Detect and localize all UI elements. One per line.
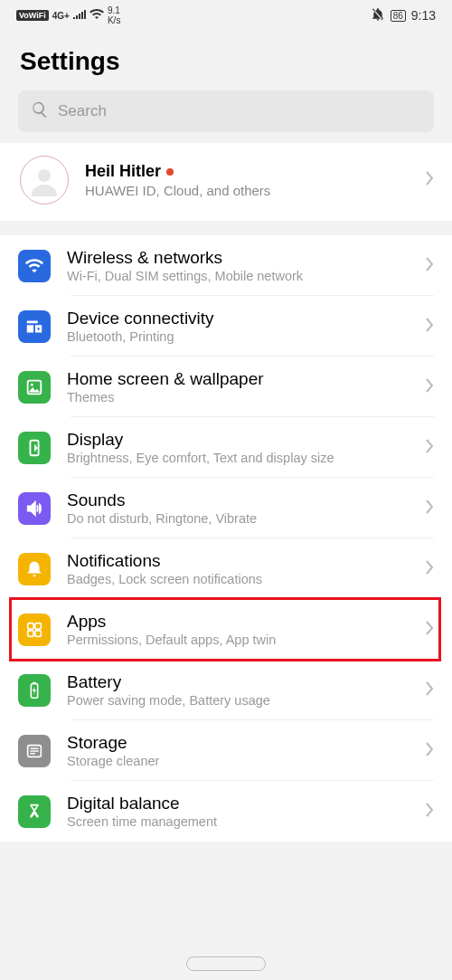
chevron-right-icon <box>425 741 434 761</box>
row-sounds[interactable]: Sounds Do not disturb, Ringtone, Vibrate <box>0 478 452 538</box>
row-title: Display <box>67 430 409 450</box>
row-sub: Permissions, Default apps, App twin <box>67 633 409 647</box>
storage-icon <box>18 735 51 767</box>
chevron-right-icon <box>425 620 434 640</box>
status-bar: VoWiFi 4G+ 9.1K/s 86 9:13 <box>0 0 452 29</box>
chevron-right-icon <box>425 559 434 579</box>
notification-dot-icon <box>166 168 174 176</box>
row-device-connectivity[interactable]: Device connectivity Bluetooth, Printing <box>0 296 452 357</box>
row-wireless-networks[interactable]: Wireless & networks Wi-Fi, Dual SIM sett… <box>0 235 452 296</box>
row-title: Home screen & wallpaper <box>67 369 409 389</box>
svg-rect-6 <box>28 630 33 635</box>
search-icon <box>31 100 49 122</box>
bell-icon <box>18 553 51 585</box>
avatar <box>20 156 69 205</box>
network-4g: 4G+ <box>52 11 70 21</box>
svg-point-0 <box>38 169 51 182</box>
account-sub: HUAWEI ID, Cloud, and others <box>85 183 409 198</box>
battery-icon <box>18 674 51 707</box>
row-apps[interactable]: Apps Permissions, Default apps, App twin <box>0 599 452 660</box>
svg-rect-4 <box>28 623 33 628</box>
net-speed: 9.1K/s <box>108 5 120 25</box>
row-notifications[interactable]: Notifications Badges, Lock screen notifi… <box>0 538 452 599</box>
chevron-right-icon <box>425 170 434 190</box>
svg-rect-9 <box>33 681 36 683</box>
page-title: Settings <box>0 29 452 90</box>
dnd-icon <box>371 7 385 24</box>
chevron-right-icon <box>425 377 434 397</box>
chevron-right-icon <box>425 499 434 519</box>
chevron-right-icon <box>425 438 434 458</box>
row-title: Storage <box>67 733 409 753</box>
hourglass-icon <box>18 795 51 828</box>
svg-point-2 <box>31 383 33 385</box>
clock: 9:13 <box>411 8 436 23</box>
row-sub: Wi-Fi, Dual SIM settings, Mobile network <box>67 269 409 283</box>
apps-icon <box>18 614 51 646</box>
search-input[interactable] <box>58 102 421 120</box>
row-sub: Brightness, Eye comfort, Text and displa… <box>67 451 409 465</box>
row-display[interactable]: Display Brightness, Eye comfort, Text an… <box>0 417 452 478</box>
sound-icon <box>18 492 51 525</box>
row-sub: Themes <box>67 390 409 404</box>
row-storage[interactable]: Storage Storage cleaner <box>0 720 452 781</box>
account-name: Heil Hitler <box>85 162 161 181</box>
account-row[interactable]: Heil Hitler HUAWEI ID, Cloud, and others <box>0 143 452 221</box>
chevron-right-icon <box>425 256 434 276</box>
chevron-right-icon <box>425 802 434 822</box>
svg-rect-7 <box>35 630 41 635</box>
row-title: Notifications <box>67 551 409 571</box>
chevron-right-icon <box>425 317 434 337</box>
wifi-icon <box>89 9 104 23</box>
row-sub: Bluetooth, Printing <box>67 329 409 344</box>
display-icon <box>18 432 51 464</box>
row-sub: Power saving mode, Battery usage <box>67 693 409 708</box>
row-home-screen[interactable]: Home screen & wallpaper Themes <box>0 357 452 417</box>
wifi-icon <box>18 250 51 282</box>
row-title: Device connectivity <box>67 309 409 328</box>
row-sub: Do not disturb, Ringtone, Vibrate <box>67 511 409 526</box>
row-sub: Storage cleaner <box>67 754 409 768</box>
search-box[interactable] <box>18 90 434 132</box>
svg-rect-5 <box>35 623 41 628</box>
row-sub: Screen time management <box>67 814 409 829</box>
row-title: Digital balance <box>67 794 409 813</box>
devices-icon <box>18 310 51 343</box>
signal-icon <box>73 9 86 22</box>
settings-list: Wireless & networks Wi-Fi, Dual SIM sett… <box>0 235 452 842</box>
image-icon <box>18 371 51 404</box>
row-digital-balance[interactable]: Digital balance Screen time management <box>0 781 452 842</box>
row-title: Battery <box>67 672 409 692</box>
battery-indicator: 86 <box>391 10 406 22</box>
row-title: Apps <box>67 612 409 632</box>
nav-pill[interactable] <box>186 956 266 971</box>
row-title: Wireless & networks <box>67 248 409 268</box>
vowifi-badge: VoWiFi <box>16 10 49 21</box>
row-battery[interactable]: Battery Power saving mode, Battery usage <box>0 660 452 720</box>
chevron-right-icon <box>425 680 434 700</box>
row-sub: Badges, Lock screen notifications <box>67 572 409 586</box>
row-title: Sounds <box>67 490 409 510</box>
